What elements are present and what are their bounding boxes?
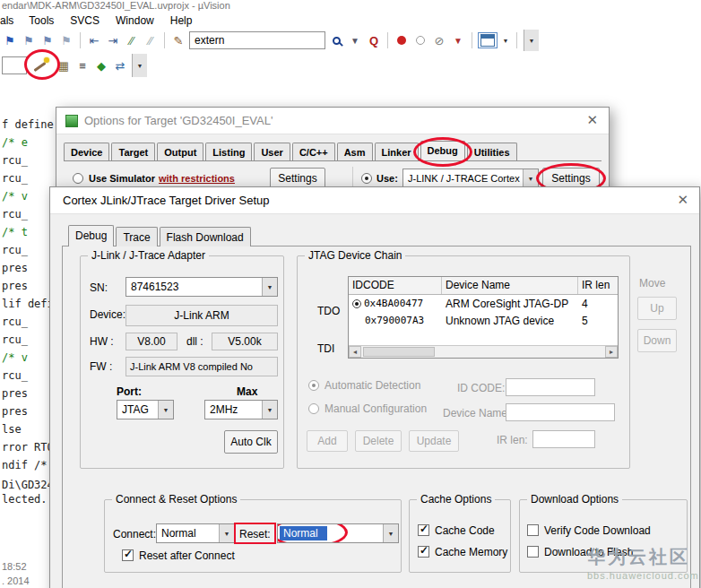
toolbar-separator (472, 32, 472, 48)
table-horizontal-scrollbar[interactable]: ◂ ▸ (349, 345, 618, 358)
tab-debug[interactable]: Debug (420, 141, 465, 160)
use-simulator-radio[interactable] (73, 173, 83, 184)
menu-item[interactable]: als (0, 14, 21, 27)
status-date: . 2014 (2, 575, 30, 586)
scroll-right-icon[interactable]: ▸ (605, 346, 618, 358)
add-button[interactable]: Add (307, 430, 348, 452)
breakpoint-disabled-icon[interactable] (412, 32, 428, 48)
update-components-icon[interactable]: ⇄ (112, 57, 128, 74)
target-select-combo[interactable] (2, 56, 27, 74)
scrollbar-thumb[interactable] (363, 347, 435, 357)
tab-output[interactable]: Output (157, 143, 203, 160)
move-down-label: Down (644, 334, 671, 347)
table-row[interactable]: 0x790007A3 Unknown JTAG device 5 (349, 312, 618, 329)
menu-item-tools[interactable]: Tools (21, 14, 62, 27)
download-to-flash-checkbox[interactable] (527, 546, 539, 558)
delete-button[interactable]: Delete (355, 430, 402, 452)
breakpoint-icon[interactable] (394, 32, 410, 48)
uncomment-icon[interactable]: ∕∕ (143, 32, 159, 48)
device-label: Device: (90, 308, 125, 321)
flash-download-icon[interactable]: ▦ (56, 57, 72, 74)
find-in-files-icon[interactable] (328, 32, 344, 48)
jtag-device-table[interactable]: IDCODE Device Name IR len 0x4BA00477 ARM… (348, 276, 619, 359)
move-up-button[interactable]: Up (637, 297, 677, 320)
tab-target[interactable]: Target (111, 143, 155, 160)
port-combo[interactable]: JTAG (117, 400, 174, 419)
with-restrictions-link[interactable]: with restrictions (159, 173, 235, 184)
tab-user[interactable]: User (254, 143, 290, 160)
reset-label-text: Reset: (239, 528, 271, 540)
bookmark-icon[interactable]: ⚑ (2, 32, 18, 48)
use-simulator-label: Use Simulator (89, 173, 155, 184)
sn-combo[interactable]: 87461523 (125, 277, 278, 297)
connect-label: Connect: (113, 528, 156, 540)
device-name-field[interactable] (506, 403, 615, 421)
wand-stick (33, 62, 46, 72)
scroll-left-icon[interactable]: ◂ (349, 346, 361, 358)
kill-breakpoints-icon[interactable]: ⊘ (431, 32, 447, 48)
close-icon[interactable]: ✕ (586, 112, 598, 128)
verify-code-download-checkbox[interactable] (527, 524, 539, 536)
close-icon[interactable]: ✕ (677, 192, 688, 208)
debug-driver-combo[interactable]: J-LINK / J-TRACE Cortex (402, 169, 539, 188)
use-driver-radio[interactable] (361, 173, 372, 184)
download-options-group-label: Download Options (527, 493, 622, 506)
tab-asm[interactable]: Asm (337, 143, 373, 160)
quick-find-icon[interactable]: Q (366, 32, 382, 48)
move-down-button[interactable]: Down (637, 329, 677, 352)
windows-layout-icon[interactable] (478, 32, 498, 48)
reset-after-connect-checkbox[interactable] (122, 549, 134, 561)
cache-code-checkbox[interactable] (418, 524, 429, 536)
tab-jlink-debug[interactable]: Debug (68, 225, 114, 246)
toolbar-separator (164, 32, 165, 48)
tab-cpp[interactable]: C/C++ (292, 143, 335, 160)
tab-flash-download[interactable]: Flash Download (160, 227, 251, 246)
use-label: Use: (376, 173, 398, 184)
comment-icon[interactable]: ∕∕ (124, 32, 140, 48)
max-clock-combo[interactable]: 2MHz (204, 400, 278, 419)
tab-jlink-trace[interactable]: Trace (116, 227, 157, 246)
connect-combo[interactable]: Normal (156, 523, 235, 543)
move-label: Move (639, 277, 665, 290)
bookmark-next-icon[interactable]: ⚑ (39, 32, 56, 48)
enable-breakpoints-icon[interactable]: ▼ (450, 32, 466, 48)
bookmark-clear-icon[interactable]: ⚑ (58, 32, 74, 48)
layout-dropdown-icon[interactable]: ▼ (500, 32, 511, 48)
menu-item-window[interactable]: Window (108, 14, 162, 27)
unindent-icon[interactable]: ⇤ (86, 32, 102, 48)
code-line: pres (2, 387, 28, 400)
driver-dialog-titlebar[interactable]: Cortex JLink/JTrace Target Driver Setup … (50, 187, 699, 214)
tab-device[interactable]: Device (64, 143, 109, 160)
auto-clk-button[interactable]: Auto Clk (224, 430, 278, 454)
jtag-table-header: IDCODE Device Name IR len (349, 277, 618, 295)
tab-listing[interactable]: Listing (205, 143, 252, 160)
funnel-icon[interactable]: ▼ (347, 32, 363, 48)
tab-utilities[interactable]: Utilities (467, 143, 517, 160)
menu-item-help[interactable]: Help (162, 14, 201, 27)
options-dialog-titlebar[interactable]: Options for Target 'GD32450I_EVAL' ✕ (56, 108, 609, 134)
update-button[interactable]: Update (409, 430, 459, 452)
tab-linker[interactable]: Linker (375, 143, 419, 160)
options-for-target-wand-icon[interactable] (30, 55, 53, 76)
indent-icon[interactable]: ⇥ (105, 32, 121, 48)
id-code-field[interactable] (506, 378, 595, 396)
manual-configuration-radio[interactable] (308, 403, 319, 414)
reset-combo[interactable]: Normal (277, 523, 399, 543)
ir-len-field[interactable] (532, 430, 595, 448)
search-combo[interactable]: extern (189, 31, 325, 49)
cache-options-group: Cache Options Cache Code Cache Memory (409, 499, 511, 573)
adapter-group-label: J-Link / J-Trace Adapter (88, 249, 209, 262)
cache-memory-checkbox[interactable] (418, 546, 429, 558)
menu-item-svcs[interactable]: SVCS (62, 14, 108, 27)
edit-book-icon[interactable]: ✎ (170, 32, 186, 48)
dll-value: V5.00k (228, 335, 261, 348)
project-window-icon[interactable]: ≡ (74, 57, 91, 74)
manage-components-icon[interactable]: ◆ (93, 57, 109, 74)
selected-device-icon (352, 299, 361, 308)
console-line: lected. (2, 493, 48, 506)
code-line: rcu_ (2, 333, 28, 346)
table-row[interactable]: 0x4BA00477 ARM CoreSight JTAG-DP 4 (349, 295, 618, 312)
code-line: /* t (2, 226, 28, 238)
bookmark-prev-icon[interactable]: ⚑ (21, 32, 37, 48)
automatic-detection-radio[interactable] (308, 380, 319, 391)
